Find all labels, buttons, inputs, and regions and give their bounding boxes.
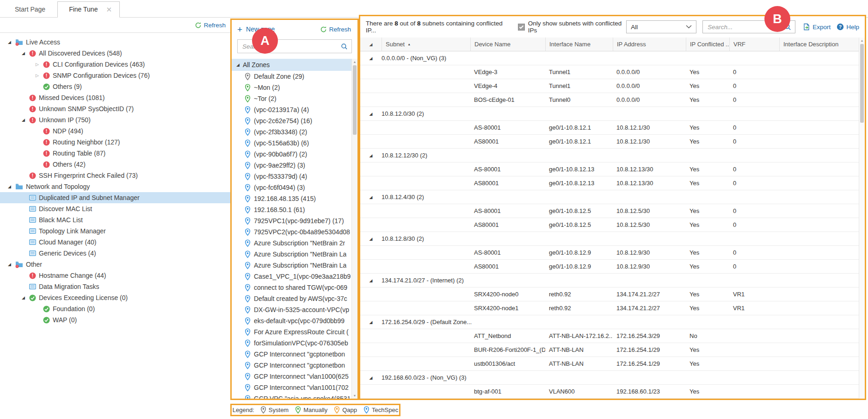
help-button[interactable]: ? Help [837,23,859,31]
tree-item[interactable]: !SSH Fingerprint Check Failed (73) [0,170,235,181]
expand-icon[interactable]: ◢ [360,153,382,158]
tree-item[interactable]: ◢Network and Topology [0,181,235,192]
zone-item[interactable]: connect to shared TGW(vpc-069 [232,282,351,293]
zone-item[interactable]: (vpc-fc6f0494) (3) [232,182,351,193]
expand-icon[interactable]: ◢ [360,56,382,61]
zone-item[interactable]: (vpc-9ae29ff2) (3) [232,160,351,171]
zone-item[interactable]: 7925VPC1(vpc-9d91ebe7) (17) [232,215,351,226]
tree-item[interactable]: Generic Devices (4) [0,248,235,259]
expand-icon[interactable]: ◢ [20,295,26,300]
expand-icon[interactable]: ◢ [360,278,382,283]
expand-icon[interactable]: ◢ [6,184,12,189]
table-row[interactable]: VEdge-3Tunnel10.0.0.0/0Yes0 [360,65,859,79]
table-row[interactable]: AS80001ge0/1-10.8.12.1310.8.12.13/30Yes0 [360,176,859,190]
zone-item[interactable]: 192.168.48.135 (415) [232,193,351,204]
subnet-group-row[interactable]: ◢10.8.12.12/30 (2) [360,149,859,163]
zone-item[interactable]: Case1_VPC_1(vpc-09e3aa218b9 [232,271,351,282]
tree-item[interactable]: Others (9) [0,81,235,92]
zone-item[interactable]: forSimulationVPC(vpc-076305eb [232,338,351,349]
zone-item[interactable]: (vpc-90b0a6f7) (2) [232,149,351,160]
expand-icon[interactable]: ◢ [360,112,382,116]
zone-item[interactable]: Azure Subscription "NetBrain La [232,260,351,271]
zone-item[interactable]: For Azure ExpressRoute Circuit ( [232,326,351,338]
column-header[interactable]: Subnet▲ [382,38,470,51]
zone-item[interactable]: 192.168.50.1 (61) [232,204,351,215]
zone-refresh-button[interactable]: Refresh [320,26,351,33]
column-header[interactable]: Interface Description [779,38,859,51]
subnet-group-row[interactable]: ◢172.16.254.0/29 - (Default Zone... [360,315,859,329]
expand-icon[interactable]: ◢ [360,237,382,241]
tree-item[interactable]: ◢!Unknown IP (750) [0,114,235,125]
zone-item[interactable]: (vpc-5156a63b) (6) [232,138,351,149]
table-row[interactable]: VEdge-4Tunnel10.0.0.0/0Yes0 [360,79,859,93]
tree-item[interactable]: ◢!Other [0,259,235,270]
zone-item[interactable]: (vpc-f533379d) (4) [232,171,351,182]
scroll-thumb[interactable] [353,65,357,135]
zone-item[interactable]: ~Tor (2) [232,93,351,104]
expand-icon[interactable]: ◢ [20,118,26,122]
tree-item[interactable]: !Routing Table (87) [0,148,235,159]
table-row[interactable]: BOS-cEdge-01Tunnel00.0.0.0/0Yes0 [360,93,859,107]
table-row[interactable]: AS80001ge0/1-10.8.12.510.8.12.5/30Yes0 [360,218,859,232]
zone-item[interactable]: DX-GW-in-5325-account-VPC(vp [232,304,351,315]
zone-scrollbar[interactable]: ▲ ▼ [351,59,357,399]
column-header[interactable]: IP Conflicted ... [686,38,729,51]
expand-icon[interactable]: ◢ [6,262,12,267]
expand-icon[interactable]: ◢ [360,375,382,380]
table-row[interactable]: BUR-R206-Forti200F-1_(D...ATT-NB-LAN172.… [360,343,859,357]
table-row[interactable]: AS-80001ge0/1-10.8.12.1310.8.12.13/30Yes… [360,163,859,176]
subnet-group-row[interactable]: ◢192.168.60.0/23 - (Non_VG) (3) [360,371,859,385]
expand-icon[interactable]: ◢ [6,40,12,44]
subnet-group-row[interactable]: ◢0.0.0.0/0 - (Non_VG) (3) [360,51,859,65]
zone-item[interactable]: GCP Interconnect "vlan1001(702 [232,382,351,393]
column-header[interactable]: Interface Name [545,38,613,51]
zone-item[interactable]: 7925VPC2(vpc-0b4a89e5304d08 [232,226,351,238]
table-row[interactable]: AS-80001ge0/1-10.8.12.110.8.12.1/30Yes0 [360,121,859,135]
tree-item[interactable]: !Unknown SNMP SysObjectID (7) [0,103,235,114]
tree-item[interactable]: Discover MAC List [0,203,235,214]
tree-item[interactable]: Data Migration Tasks [0,281,235,292]
zone-item[interactable]: Default created by AWS(vpc-37c [232,293,351,304]
search-icon[interactable] [341,43,348,50]
close-icon[interactable]: ✕ [106,6,112,13]
subnet-group-row[interactable]: ◢134.174.21.0/27 - (Internet) (2) [360,274,859,288]
table-row[interactable]: AS-80001ge0/1-10.8.12.510.8.12.5/30Yes0 [360,204,859,218]
table-row[interactable]: btg-af-001VLAN600192.168.60.1/23Yes [360,385,859,399]
export-button[interactable]: Export [803,23,831,31]
tree-item[interactable]: ◢Devices Exceeding License (0) [0,292,235,303]
tree-item[interactable]: Cloud Manager (40) [0,237,235,248]
tree-item[interactable]: !NDP (494) [0,125,235,137]
zone-item[interactable]: (vpc-2c62e754) (16) [232,115,351,126]
scroll-up-icon[interactable]: ▲ [859,38,865,44]
tab-fine-tune[interactable]: Fine Tune ✕ [57,1,120,18]
zone-item[interactable]: GCP VPC "asia-vpc-spoke4(8531 [232,393,351,399]
conflicted-checkbox[interactable] [518,24,524,31]
tree-item[interactable]: WAP (0) [0,314,235,325]
table-scrollbar[interactable]: ▲ [859,38,865,399]
table-row[interactable]: SRX4200-node1reth0.92134.174.21.2/27YesV… [360,301,859,315]
tab-start-page[interactable]: Start Page [3,1,57,17]
table-row[interactable]: ustb001306/actATT-NB-LAN172.16.254.1/29Y… [360,357,859,371]
zone-item[interactable]: (vpc-0213917a) (4) [232,104,351,115]
tree-item[interactable]: ▷!CLI Configuration Devices (463) [0,59,235,70]
column-header[interactable]: Device Name [470,38,545,51]
tree-item[interactable]: !Missed Devices (1081) [0,92,235,103]
zone-item[interactable]: ~Mon (2) [232,82,351,93]
zone-item[interactable]: GCP Interconnect "vlan1000(625 [232,371,351,382]
type-filter-dropdown[interactable]: All [626,20,696,33]
expand-icon[interactable]: ◢ [360,195,382,200]
collapse-icon[interactable]: ▷ [34,73,40,78]
scroll-up-icon[interactable]: ▲ [352,59,357,65]
table-row[interactable]: SRX4200-node0reth0.92134.174.21.2/27YesV… [360,288,859,301]
subnet-group-row[interactable]: ◢10.8.12.4/30 (2) [360,190,859,204]
tree-item[interactable]: !Others (42) [0,159,235,170]
column-header[interactable]: IP Address [613,38,686,51]
expand-icon[interactable]: ◢ [236,63,240,67]
table-row[interactable]: AS-80001ge0/1-10.8.12.910.8.12.9/30Yes0 [360,246,859,260]
table-row[interactable]: AS80001ge0/1-10.8.12.910.8.12.9/30Yes0 [360,260,859,274]
zone-item[interactable]: Azure Subscription "NetBrain 2r [232,238,351,249]
tree-item[interactable]: ▷!SNMP Configuration Devices (76) [0,70,235,81]
zone-item[interactable]: eks-default-vpc(vpc-079d0bb99 [232,315,351,326]
expand-icon[interactable]: ◢ [20,51,26,56]
tree-item[interactable]: Foundation (0) [0,303,235,314]
